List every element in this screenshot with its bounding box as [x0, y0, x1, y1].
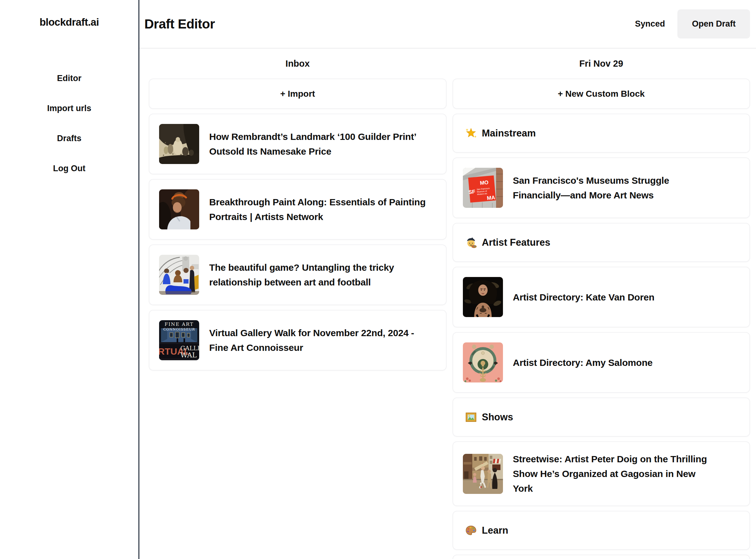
sculpture-unveiling-thumbnail — [159, 255, 199, 295]
main-area: Draft Editor Synced Open Draft Inbox + I… — [139, 0, 756, 559]
article-title: Streetwise: Artist Peter Doig on the Thr… — [513, 452, 716, 496]
article-card-art-football[interactable]: The beautiful game? Untangling the trick… — [149, 244, 447, 305]
article-card-peter-doig-gagosian[interactable]: Streetwise: Artist Peter Doig on the Thr… — [453, 441, 750, 506]
glowing-star-icon — [465, 127, 477, 139]
sfmoma-sign-thumbnail: MO SF MA San Francisco Museum of Modern … — [463, 168, 503, 208]
sidebar-nav: Editor Import urls Drafts Log Out — [0, 74, 138, 173]
inbox-heading: Inbox — [149, 59, 447, 68]
section-block-learn[interactable]: Learn — [453, 511, 750, 550]
svg-text:SF: SF — [468, 189, 475, 195]
article-card-kate-van-doren[interactable]: Artist Directory: Kate Van Doren — [453, 267, 750, 328]
article-card-virtual-gallery-walk[interactable]: FINE ART CONNOISSEUR RTUAL GALLE WAL Vir… — [149, 310, 447, 371]
article-title: San Francisco's Museums Struggle Financi… — [513, 173, 701, 202]
section-label: Learn — [482, 525, 508, 536]
sidebar-item-editor[interactable]: Editor — [0, 74, 138, 83]
article-title: Artist Directory: Kate Van Doren — [513, 290, 654, 305]
balthus-street-thumbnail — [463, 454, 503, 494]
import-button[interactable]: + Import — [149, 79, 447, 109]
inbox-column: Inbox + Import — [149, 48, 447, 559]
article-card-rembrandt[interactable]: How Rembrandt’s Landmark ‘100 Guilder Pr… — [149, 114, 447, 174]
amy-salomone-thumbnail — [463, 342, 503, 382]
article-card-sf-museums[interactable]: MO SF MA San Francisco Museum of Modern … — [453, 157, 750, 218]
page-title: Draft Editor — [144, 17, 215, 31]
next-article-card-partial[interactable] — [453, 555, 750, 559]
section-block-mainstream[interactable]: Mainstream — [453, 114, 750, 153]
header-actions: Synced Open Draft — [635, 9, 750, 39]
content: Inbox + Import — [139, 48, 756, 559]
palette-icon — [465, 524, 477, 536]
article-title: Virtual Gallery Walk for November 22nd, … — [209, 326, 428, 355]
rembrandt-etching-thumbnail — [159, 124, 199, 164]
kate-van-doren-thumbnail — [463, 277, 503, 317]
framed-picture-icon — [465, 411, 477, 423]
svg-text:WAL: WAL — [180, 351, 197, 359]
svg-text:CONNOISSEUR: CONNOISSEUR — [163, 328, 195, 332]
sidebar-item-drafts[interactable]: Drafts — [0, 134, 138, 143]
section-label: Shows — [482, 411, 513, 423]
section-block-shows[interactable]: Shows — [453, 398, 750, 437]
article-title: Artist Directory: Amy Salomone — [513, 355, 653, 370]
section-label: Artist Features — [482, 237, 550, 248]
article-card-paint-along[interactable]: Breakthrough Paint Along: Essentials of … — [149, 179, 447, 240]
artist-icon — [465, 237, 477, 248]
sidebar: blockdraft.ai Editor Import urls Drafts … — [0, 0, 139, 559]
svg-text:MO: MO — [479, 179, 489, 186]
section-label: Mainstream — [482, 128, 536, 139]
section-block-artist-features[interactable]: Artist Features — [453, 223, 750, 262]
svg-text:FINE ART: FINE ART — [165, 321, 194, 327]
open-draft-button[interactable]: Open Draft — [677, 9, 750, 39]
app-logo: blockdraft.ai — [0, 16, 138, 28]
article-title: How Rembrandt’s Landmark ‘100 Guilder Pr… — [209, 129, 428, 159]
sidebar-item-import-urls[interactable]: Import urls — [0, 104, 138, 113]
draft-date-heading: Fri Nov 29 — [453, 59, 750, 68]
sync-status: Synced — [635, 19, 665, 29]
draft-column: Fri Nov 29 + New Custom Block Mainstream — [453, 48, 750, 559]
virtual-gallery-walk-thumbnail: FINE ART CONNOISSEUR RTUAL GALLE WAL — [159, 320, 199, 360]
svg-text:GALLE: GALLE — [180, 344, 199, 352]
header: Draft Editor Synced Open Draft — [139, 0, 756, 48]
sidebar-item-log-out[interactable]: Log Out — [0, 164, 138, 173]
article-title: Breakthrough Paint Along: Essentials of … — [209, 195, 428, 224]
svg-text:MA: MA — [487, 194, 495, 201]
portrait-painting-thumbnail — [159, 189, 199, 229]
article-title: The beautiful game? Untangling the trick… — [209, 260, 403, 290]
article-card-amy-salomone[interactable]: Artist Directory: Amy Salomone — [453, 332, 750, 393]
new-custom-block-button[interactable]: + New Custom Block — [453, 79, 750, 109]
